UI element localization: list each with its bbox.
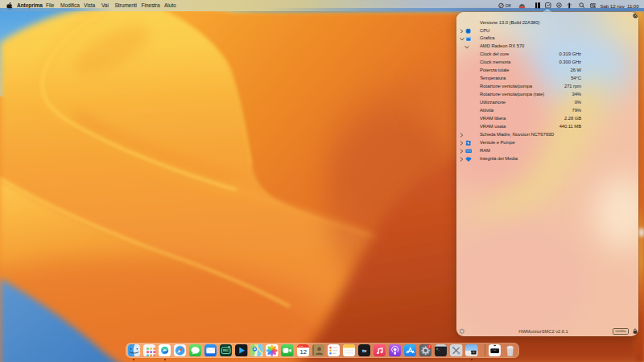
svg-text:12: 12 [299, 348, 307, 356]
svg-text:A: A [254, 347, 256, 351]
svg-text:SAB: SAB [299, 345, 303, 348]
svg-text:>_: >_ [436, 348, 440, 351]
svg-text:1: 1 [428, 345, 430, 348]
svg-text:REC: REC [223, 349, 229, 352]
svg-text:▪▪▪: ▪▪▪ [493, 349, 495, 351]
svg-text:tv: tv [362, 348, 367, 353]
